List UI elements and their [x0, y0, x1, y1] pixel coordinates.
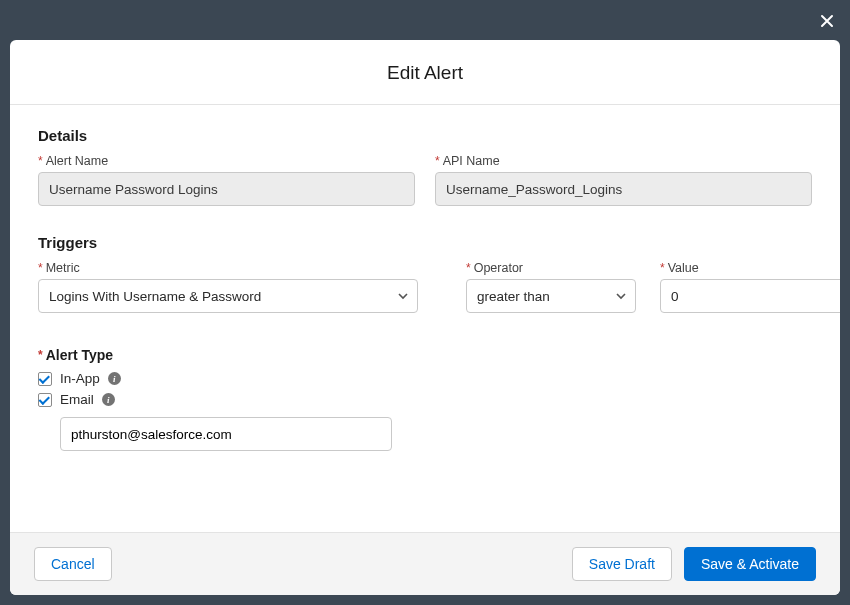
- chevron-down-icon: [397, 290, 409, 302]
- in-app-checkbox-label: In-App: [60, 371, 100, 386]
- save-draft-button[interactable]: Save Draft: [572, 547, 672, 581]
- value-input[interactable]: [660, 279, 840, 313]
- required-marker: *: [38, 262, 43, 274]
- required-marker: *: [38, 349, 43, 361]
- modal-title: Edit Alert: [10, 62, 840, 84]
- chevron-down-icon: [615, 290, 627, 302]
- in-app-checkbox[interactable]: [38, 372, 52, 386]
- email-checkbox-label: Email: [60, 392, 94, 407]
- required-marker: *: [466, 262, 471, 274]
- save-activate-button[interactable]: Save & Activate: [684, 547, 816, 581]
- close-icon[interactable]: [818, 12, 836, 30]
- modal-body: Details * Alert Name * API Name Triggers: [10, 105, 840, 532]
- edit-alert-modal: Edit Alert Details * Alert Name * API Na…: [10, 40, 840, 595]
- alert-name-label: * Alert Name: [38, 154, 415, 168]
- metric-select-value: Logins With Username & Password: [49, 289, 261, 304]
- required-marker: *: [435, 155, 440, 167]
- email-address-input[interactable]: [60, 417, 392, 451]
- section-triggers-title: Triggers: [38, 234, 812, 251]
- section-alert-type-title: * Alert Type: [38, 347, 812, 363]
- modal-footer: Cancel Save Draft Save & Activate: [10, 532, 840, 595]
- metric-label: * Metric: [38, 261, 418, 275]
- api-name-input[interactable]: [435, 172, 812, 206]
- operator-label: * Operator: [466, 261, 636, 275]
- metric-select[interactable]: Logins With Username & Password: [38, 279, 418, 313]
- info-icon[interactable]: i: [102, 393, 115, 406]
- email-checkbox[interactable]: [38, 393, 52, 407]
- api-name-label: * API Name: [435, 154, 812, 168]
- modal-header: Edit Alert: [10, 40, 840, 105]
- info-icon[interactable]: i: [108, 372, 121, 385]
- required-marker: *: [38, 155, 43, 167]
- section-details-title: Details: [38, 127, 812, 144]
- cancel-button[interactable]: Cancel: [34, 547, 112, 581]
- alert-name-input[interactable]: [38, 172, 415, 206]
- value-label: * Value: [660, 261, 840, 275]
- required-marker: *: [660, 262, 665, 274]
- operator-select-value: greater than: [477, 289, 550, 304]
- operator-select[interactable]: greater than: [466, 279, 636, 313]
